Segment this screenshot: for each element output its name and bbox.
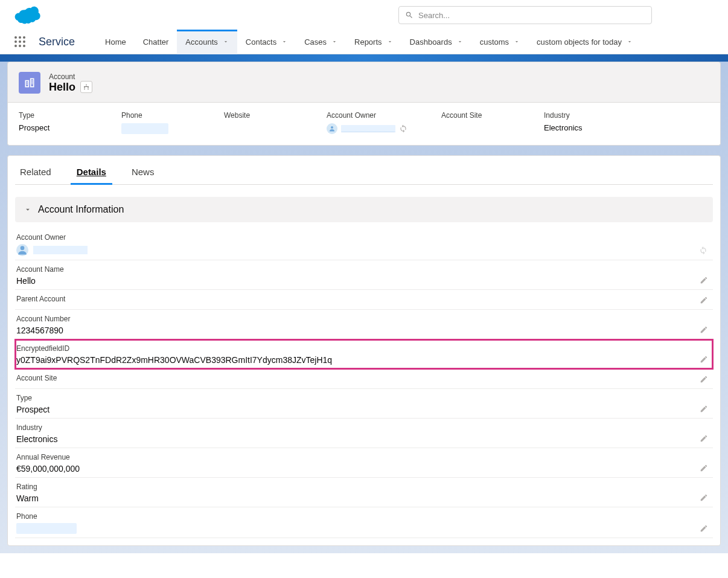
svg-point-1 [21,246,25,250]
app-launcher-icon[interactable] [14,36,27,48]
change-owner-button[interactable] [399,124,407,133]
app-name: Service [39,36,75,48]
tab-news[interactable]: News [129,156,157,184]
field-account-number: Account Number1234567890 [15,310,713,339]
highlights-panel: Type Prospect Phone Website Account Owne… [7,103,721,146]
nav-item-contacts[interactable]: Contacts [237,30,296,54]
chevron-down-icon[interactable] [457,37,463,47]
global-nav: Service HomeChatterAccountsContactsCases… [0,30,728,54]
record-object-label: Account [49,72,92,81]
edit-button[interactable] [698,433,709,444]
svg-point-0 [331,126,333,129]
edit-button[interactable] [698,523,709,534]
highlight-site: Account Site [441,111,544,134]
field-account-name: Account NameHello [15,260,713,290]
nav-item-customs[interactable]: customs [471,30,528,54]
edit-button[interactable] [698,403,709,414]
chevron-down-icon[interactable] [281,37,287,47]
record-detail-card: RelatedDetailsNews Account Information A… [7,155,721,546]
salesforce-logo-icon [14,6,41,24]
chevron-down-icon[interactable] [514,37,520,47]
global-search-input[interactable]: Search... [398,6,652,24]
field-type-field: TypeProspect [15,389,713,419]
section-header-account-information[interactable]: Account Information [15,197,713,222]
tab-related[interactable]: Related [18,156,54,184]
field-rating: RatingWarm [15,478,713,507]
owner-avatar-icon [327,123,337,134]
highlight-website: Website [224,111,327,134]
field-account-owner: Account Owner [15,228,713,260]
edit-button[interactable] [698,324,709,335]
field-encrypted-field-id: EncryptedfieldIDy0ZT9ai9xPVRQS2TnFDdR2Zx… [15,339,713,369]
nav-item-home[interactable]: Home [97,30,135,54]
field-account-site: Account Site [15,369,713,389]
chevron-down-icon[interactable] [223,37,229,47]
edit-button[interactable] [698,492,709,503]
global-header: Search... [0,0,728,30]
decorative-band [0,54,728,62]
highlight-owner: Account Owner [327,111,441,134]
redacted-owner-name [33,246,88,254]
edit-button[interactable] [698,354,709,365]
highlight-industry: Industry Electronics [544,111,647,134]
highlight-phone: Phone [121,111,224,134]
highlight-type: Type Prospect [19,111,121,134]
account-icon [19,72,40,94]
nav-item-accounts[interactable]: Accounts [177,30,237,54]
search-icon [405,11,413,19]
edit-button[interactable] [698,463,709,474]
nav-item-chatter[interactable]: Chatter [135,30,177,54]
record-tabs: RelatedDetailsNews [15,156,713,185]
nav-item-dashboards[interactable]: Dashboards [401,30,471,54]
chevron-down-icon[interactable] [331,37,337,47]
record-name: Hello [49,81,75,94]
field-annual-revenue: Annual Revenue€59,000,000,000 [15,448,713,478]
redacted-phone-value [121,123,168,134]
edit-button[interactable] [698,295,709,306]
redacted-value [16,523,77,534]
hierarchy-button[interactable] [80,81,92,93]
hierarchy-icon [83,83,90,91]
owner-avatar-icon [16,244,28,256]
edit-button[interactable] [698,275,709,286]
nav-item-custom-objects-for-today[interactable]: custom objects for today [528,30,641,54]
tab-details[interactable]: Details [74,156,109,184]
change-owner-button[interactable] [698,245,709,256]
redacted-owner-name [341,125,395,132]
edit-button[interactable] [698,374,709,385]
nav-item-cases[interactable]: Cases [296,30,346,54]
chevron-down-icon[interactable] [387,37,393,47]
field-phone-field: Phone [15,507,713,538]
nav-item-reports[interactable]: Reports [346,30,401,54]
search-placeholder: Search... [418,11,450,20]
chevron-down-icon [24,205,32,214]
field-parent-account: Parent Account [15,290,713,310]
chevron-down-icon[interactable] [627,37,633,47]
record-header: Account Hello [7,62,721,103]
field-industry-field: IndustryElectronics [15,419,713,448]
